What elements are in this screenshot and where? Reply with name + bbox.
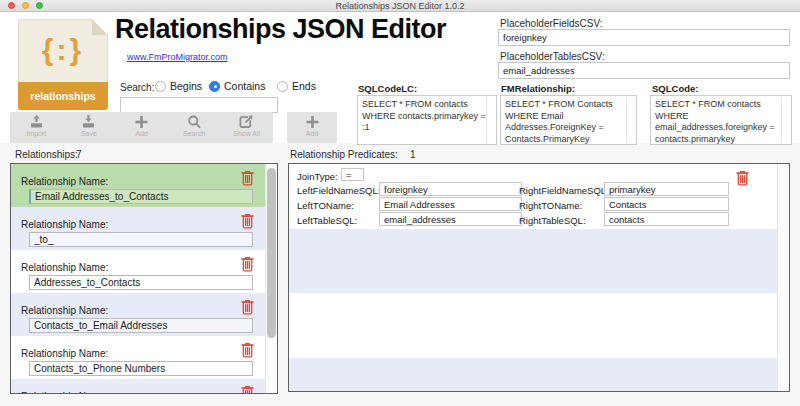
jointype-label: JoinType: [297, 171, 338, 182]
add-predicate-toolbar: Add [287, 112, 337, 143]
list-item[interactable]: Relationship Name: [11, 293, 266, 336]
search-label: Search: [120, 82, 154, 93]
scrollbar-gutter [781, 97, 790, 143]
page-title: Relationships JSON Editor [115, 14, 485, 45]
fmrelationship-textarea[interactable]: SELECT * FROM Contacts WHERE Email Addre… [500, 95, 637, 145]
main-toolbar: Import Save Add Search [10, 112, 273, 143]
scrollbar-track[interactable] [777, 164, 789, 391]
lefttablesql-input[interactable] [379, 212, 522, 226]
lefttoname-input[interactable] [379, 197, 522, 211]
placeholder-fields-input[interactable] [498, 29, 790, 46]
list-item-selected[interactable]: Relationship Name: [11, 164, 266, 207]
search-button[interactable]: Search [168, 112, 221, 143]
relationship-name-label: Relationship Name: [21, 391, 108, 394]
add-icon [134, 115, 149, 129]
relationships-count: 7 [76, 149, 82, 160]
scrollbar-thumb[interactable] [267, 168, 276, 338]
empty-row [289, 293, 778, 358]
righttablesql-label: RightTableSQL: [519, 215, 586, 226]
relationships-list: Relationship Name: Relationship Name: [10, 163, 278, 394]
relationship-name-input[interactable] [29, 275, 253, 290]
show-all-button[interactable]: Show All [220, 112, 273, 143]
trash-icon[interactable] [735, 170, 750, 186]
list-item[interactable]: Relationship Name: [11, 250, 266, 293]
fmrelationship-label: FMRelationship: [501, 83, 575, 94]
righttoname-label: RightTOName: [519, 200, 582, 211]
predicate-row[interactable]: JoinType: LeftFieldNameSQL: LeftTOName: … [289, 164, 778, 229]
relationship-name-label: Relationship Name: [21, 305, 108, 316]
placeholder-fields-label: PlaceholderFieldsCSV: [500, 18, 602, 29]
relationship-name-label: Relationship Name: [21, 348, 108, 359]
righttablesql-input[interactable] [604, 212, 729, 226]
sqlcode-label: SQLCode: [652, 83, 698, 94]
sqlcode-textarea[interactable]: SELECT * FROM contacts WHERE email_addre… [650, 95, 792, 145]
radio-begins[interactable]: Begins [155, 80, 202, 92]
search-input[interactable] [120, 97, 278, 113]
trash-icon[interactable] [240, 385, 255, 394]
leftfieldnamesql-input[interactable] [379, 182, 522, 196]
predicates-section-label: Relationship Predicates: [290, 149, 398, 160]
save-button[interactable]: Save [63, 112, 116, 143]
predicates-panel: JoinType: LeftFieldNameSQL: LeftTOName: … [288, 163, 790, 392]
add-button[interactable]: Add [115, 112, 168, 143]
radio-ends[interactable]: Ends [277, 80, 316, 92]
empty-row [289, 229, 778, 293]
relationship-name-input[interactable] [29, 189, 253, 204]
add-predicate-button[interactable]: Add [287, 112, 337, 143]
radio-contains-circle[interactable] [209, 81, 220, 92]
placeholder-tables-label: PlaceholderTablesCSV: [500, 51, 605, 62]
list-item[interactable]: Relationship Name: [11, 207, 266, 250]
relationship-name-input[interactable] [29, 318, 253, 333]
braces-icon: {:} [18, 33, 108, 67]
trash-icon[interactable] [240, 342, 255, 358]
relationship-name-input[interactable] [29, 232, 253, 247]
trash-icon[interactable] [240, 299, 255, 315]
website-link[interactable]: www.FmProMigrator.com [127, 52, 228, 62]
app-window: Relationships JSON Editor 1.0.2 {:} rela… [0, 0, 800, 406]
empty-row [289, 358, 778, 391]
trash-icon[interactable] [240, 213, 255, 229]
rightfieldnamesql-input[interactable] [604, 182, 729, 196]
window-title: Relationships JSON Editor 1.0.2 [0, 0, 800, 12]
icon-caption: relationships [18, 82, 108, 110]
scrollbar-gutter [486, 97, 495, 143]
relationships-file-icon: {:} relationships [18, 19, 108, 110]
predicates-count: 1 [410, 149, 416, 160]
radio-ends-circle[interactable] [277, 81, 288, 92]
sqlcodelc-textarea[interactable]: SELECT * FROM contacts WHERE contacts.pr… [357, 95, 497, 145]
leftfieldnamesql-label: LeftFieldNameSQL: [297, 185, 380, 196]
relationship-name-label: Relationship Name: [21, 262, 108, 273]
save-icon [81, 115, 96, 129]
trash-icon[interactable] [240, 256, 255, 272]
lefttablesql-label: LeftTableSQL: [297, 215, 357, 226]
scrollbar-gutter [626, 97, 635, 143]
show-all-icon [239, 115, 254, 129]
trash-icon[interactable] [240, 170, 255, 186]
title-bar: Relationships JSON Editor 1.0.2 [0, 0, 800, 12]
scrollbar-track[interactable] [265, 164, 277, 393]
sqlcodelc-label: SQLCodeLC: [358, 83, 417, 94]
search-icon [187, 115, 202, 129]
righttoname-input[interactable] [604, 197, 729, 211]
lefttoname-label: LeftTOName: [297, 200, 354, 211]
import-button[interactable]: Import [10, 112, 63, 143]
add-icon [305, 115, 320, 129]
placeholder-tables-input[interactable] [498, 62, 790, 79]
relationship-name-label: Relationship Name: [21, 219, 108, 230]
radio-begins-circle[interactable] [155, 81, 166, 92]
relationship-name-input[interactable] [29, 361, 253, 376]
relationships-section-label: Relationships: [15, 149, 78, 160]
rightfieldnamesql-label: RightFieldNameSQL: [519, 185, 609, 196]
list-item[interactable]: Relationship Name: [11, 379, 266, 394]
list-item[interactable]: Relationship Name: [11, 336, 266, 379]
relationship-name-label: Relationship Name: [21, 176, 108, 187]
radio-contains[interactable]: Contains [209, 80, 265, 92]
import-icon [29, 115, 44, 129]
jointype-input[interactable] [341, 168, 364, 181]
